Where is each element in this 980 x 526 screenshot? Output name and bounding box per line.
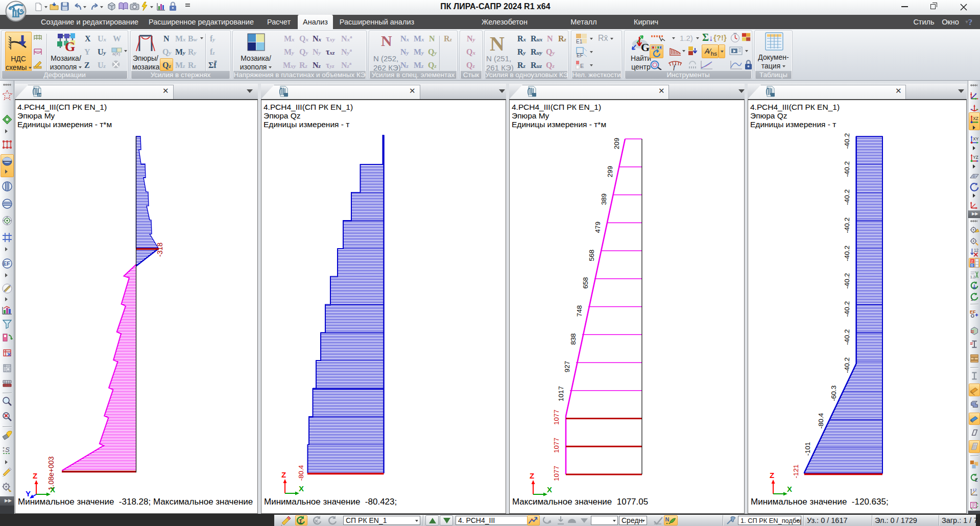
svg-text:E1: E1 bbox=[576, 39, 583, 44]
svg-text:2: 2 bbox=[971, 259, 973, 264]
svg-text:N: N bbox=[665, 516, 670, 522]
svg-text:-80.4: -80.4 bbox=[297, 465, 305, 481]
svg-text:X: X bbox=[299, 484, 304, 493]
svg-text:-40.2: -40.2 bbox=[843, 329, 851, 345]
svg-text:927: 927 bbox=[563, 361, 571, 373]
svg-text:748: 748 bbox=[576, 305, 583, 317]
svg-text:1: 1 bbox=[971, 297, 973, 302]
svg-text:-80.4: -80.4 bbox=[817, 413, 825, 428]
svg-text:Y: Y bbox=[26, 489, 31, 498]
svg-text:-121: -121 bbox=[792, 464, 800, 478]
svg-text:1017: 1017 bbox=[557, 386, 565, 401]
svg-text:Z: Z bbox=[530, 471, 534, 480]
svg-text:12: 12 bbox=[974, 248, 979, 253]
svg-text:XZ: XZ bbox=[973, 116, 978, 121]
svg-text:568: 568 bbox=[588, 250, 595, 261]
svg-text:24: 24 bbox=[38, 93, 41, 97]
svg-text:Σ: Σ bbox=[299, 519, 302, 524]
svg-text:-40.2: -40.2 bbox=[843, 273, 851, 289]
svg-text:S: S bbox=[5, 446, 10, 453]
svg-text:-318: -318 bbox=[156, 243, 164, 257]
svg-text:389: 389 bbox=[600, 194, 608, 205]
svg-text:1077: 1077 bbox=[553, 438, 560, 453]
svg-text:G: G bbox=[641, 41, 650, 53]
svg-text:E: E bbox=[580, 63, 584, 69]
svg-text:Z: Z bbox=[770, 471, 774, 480]
svg-text:X: X bbox=[787, 485, 792, 493]
svg-text:X: X bbox=[547, 485, 552, 494]
svg-text:XY: XY bbox=[973, 137, 978, 141]
svg-text:EF: EF bbox=[3, 260, 10, 267]
svg-text:-101: -101 bbox=[804, 442, 811, 456]
svg-text:1077: 1077 bbox=[553, 410, 560, 425]
svg-text:1.2: 1.2 bbox=[970, 275, 975, 279]
svg-text:Z: Z bbox=[33, 471, 37, 480]
svg-text:-40.2: -40.2 bbox=[843, 246, 851, 261]
svg-text:6: 6 bbox=[971, 263, 973, 268]
svg-text:299: 299 bbox=[606, 166, 614, 178]
svg-text:479: 479 bbox=[594, 222, 602, 233]
svg-text:Z: Z bbox=[281, 470, 286, 479]
svg-text:209: 209 bbox=[613, 138, 620, 150]
svg-text:a(X): a(X) bbox=[112, 52, 120, 56]
svg-text:-40.2: -40.2 bbox=[843, 301, 851, 317]
svg-text:-40.2: -40.2 bbox=[843, 133, 851, 149]
svg-text:838: 838 bbox=[569, 333, 577, 345]
svg-text:658: 658 bbox=[582, 277, 589, 289]
svg-text:-40.2: -40.2 bbox=[843, 357, 851, 373]
svg-text:-40.2: -40.2 bbox=[843, 189, 851, 205]
svg-text:1077: 1077 bbox=[553, 466, 560, 481]
svg-text:G: G bbox=[65, 39, 75, 53]
svg-text:-40.2: -40.2 bbox=[843, 161, 851, 177]
svg-text:EF: EF bbox=[577, 53, 583, 58]
svg-text:X: X bbox=[50, 485, 55, 494]
svg-text:-60.3: -60.3 bbox=[830, 386, 838, 401]
svg-text:EF: EF bbox=[970, 309, 976, 315]
svg-text:Σ: Σ bbox=[975, 477, 978, 483]
svg-text:YZ: YZ bbox=[973, 155, 978, 160]
svg-text:-40.2: -40.2 bbox=[843, 218, 851, 233]
